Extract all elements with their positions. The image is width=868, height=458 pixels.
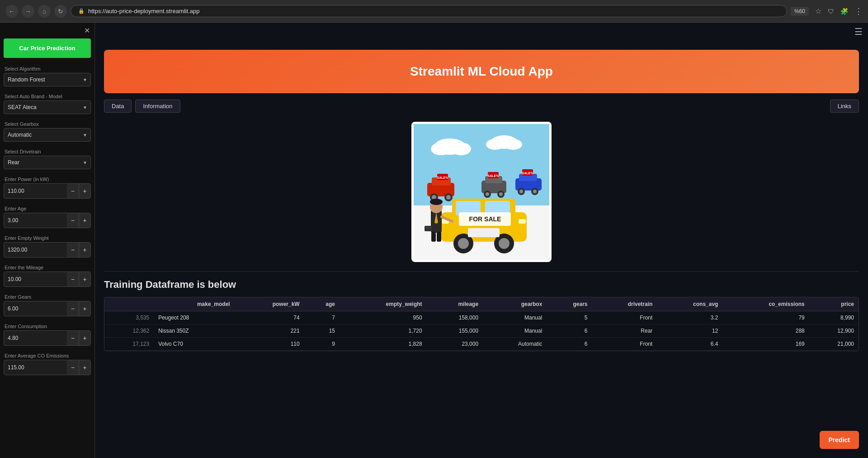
table-header-row: make_model power_kW age empty_weight mil… [104, 297, 859, 311]
consumption-minus-button[interactable]: − [67, 331, 79, 345]
mileage-value: 10.00 [4, 273, 67, 286]
shield-icon: 🛡 [828, 8, 834, 15]
algorithm-label: Select Algorithm [0, 63, 94, 73]
consumption-value: 4.80 [4, 332, 67, 344]
mileage-label: Enter the Mileage [0, 262, 94, 272]
power-stepper: 110.00 − + [4, 183, 91, 199]
algorithm-select[interactable]: Random Forest Linear Regression XGBoost [4, 73, 91, 86]
home-button[interactable]: ⌂ [38, 5, 51, 18]
training-dataframe: make_model power_kW age empty_weight mil… [104, 297, 859, 351]
svg-point-7 [504, 139, 522, 150]
svg-point-13 [446, 195, 451, 200]
col-power: power_kW [235, 297, 304, 311]
consumption-stepper: 4.80 − + [4, 330, 91, 346]
hamburger-icon[interactable]: ☰ [854, 26, 863, 37]
algorithm-select-wrapper[interactable]: Random Forest Linear Regression XGBoost … [4, 73, 91, 86]
car-illustration: SALE% SALE% [414, 124, 549, 260]
gears-value: 6.00 [4, 302, 67, 315]
svg-point-19 [486, 192, 489, 196]
nav-left: Data Information [104, 100, 180, 113]
table-row: 3,535Peugeot 208747950158,000Manual5Fron… [104, 311, 859, 324]
mileage-plus-button[interactable]: + [79, 272, 90, 286]
nav-buttons: Data Information Links [95, 93, 868, 113]
svg-text:SALE%: SALE% [488, 174, 500, 177]
power-value: 110.00 [4, 185, 67, 197]
drivetrain-label: Select Drivetrain [0, 146, 94, 156]
links-button[interactable]: Links [830, 100, 859, 113]
url-text: https://auto-price-deployment.streamlit.… [88, 8, 199, 14]
age-plus-button[interactable]: + [79, 213, 90, 228]
empty-weight-stepper: 1320.00 − + [4, 242, 91, 258]
sidebar: ✕ Car Price Prediction Select Algorithm … [0, 23, 95, 458]
section-title: Training Dataframe is below [95, 274, 868, 297]
col-empty-weight: empty_weight [340, 297, 427, 311]
power-minus-button[interactable]: − [67, 184, 79, 198]
back-button[interactable]: ← [5, 5, 18, 18]
gears-plus-button[interactable]: + [79, 301, 90, 316]
co-emissions-stepper: 115.00 − + [4, 360, 91, 375]
information-button[interactable]: Information [135, 100, 180, 113]
drivetrain-select[interactable]: Rear Front All [4, 156, 91, 169]
svg-text:FOR SALE: FOR SALE [469, 215, 501, 223]
power-label: Enter Power (in kW) [0, 174, 94, 183]
age-value: 3.00 [4, 214, 67, 227]
gearbox-select-wrapper[interactable]: Automatic Manual ▼ [4, 128, 91, 142]
col-co-emissions: co_emissions [722, 297, 809, 311]
url-bar[interactable]: 🔒 https://auto-price-deployment.streamli… [71, 5, 787, 17]
svg-rect-50 [431, 232, 436, 242]
drivetrain-select-wrapper[interactable]: Rear Front All ▼ [4, 156, 91, 169]
car-image-box: SALE% SALE% [411, 122, 552, 262]
predict-button[interactable]: Predict [820, 431, 859, 449]
dataframe-container: make_model power_kW age empty_weight mil… [104, 297, 859, 351]
col-price: price [809, 297, 859, 311]
gearbox-select[interactable]: Automatic Manual [4, 128, 91, 142]
consumption-label: Enter Consumption [0, 321, 94, 330]
sidebar-close-button[interactable]: ✕ [84, 26, 90, 35]
lock-icon: 🔒 [78, 8, 85, 14]
empty-weight-value: 1320.00 [4, 243, 67, 256]
menu-icon[interactable]: ⋮ [854, 6, 863, 16]
gearbox-label: Select Gearbox [0, 119, 94, 128]
brand-select[interactable]: SEAT Ateca Peugeot 208 Nissan 350Z Volvo… [4, 100, 91, 114]
col-age: age [304, 297, 340, 311]
brand-label: Select Auto Brand - Model [0, 91, 94, 100]
consumption-plus-button[interactable]: + [79, 331, 90, 345]
extensions-icon[interactable]: 🧩 [840, 8, 848, 15]
svg-point-6 [486, 139, 504, 150]
svg-point-4 [451, 143, 471, 155]
age-label: Enter Age [0, 203, 94, 213]
age-stepper: 3.00 − + [4, 213, 91, 228]
hero-title: Streamlit ML Cloud App [113, 64, 850, 79]
zoom-level: %60 [791, 7, 809, 16]
bookmark-icon[interactable]: ☆ [815, 7, 821, 15]
app-container: ✕ Car Price Prediction Select Algorithm … [0, 23, 868, 458]
car-image-container: SALE% SALE% [95, 122, 868, 262]
power-plus-button[interactable]: + [79, 184, 90, 198]
col-mileage: mileage [427, 297, 483, 311]
forward-button[interactable]: → [22, 5, 34, 18]
co-emissions-plus-button[interactable]: + [79, 360, 90, 375]
browser-chrome: ← → ⌂ ↻ 🔒 https://auto-price-deployment.… [0, 0, 868, 23]
mileage-minus-button[interactable]: − [67, 272, 79, 286]
col-index [104, 297, 154, 311]
empty-weight-minus-button[interactable]: − [67, 243, 79, 257]
gears-minus-button[interactable]: − [67, 301, 79, 316]
sidebar-header: ✕ [0, 23, 94, 38]
svg-point-27 [519, 190, 523, 193]
data-button[interactable]: Data [104, 100, 132, 113]
svg-point-47 [430, 199, 443, 205]
svg-point-21 [499, 192, 503, 196]
empty-weight-plus-button[interactable]: + [79, 243, 90, 257]
co-emissions-minus-button[interactable]: − [67, 360, 79, 375]
main-content: ☰ Streamlit ML Cloud App Data Informatio… [95, 23, 868, 458]
sidebar-title: Car Price Prediction [4, 38, 91, 58]
refresh-button[interactable]: ↻ [54, 5, 67, 18]
hero-banner: Streamlit ML Cloud App [104, 50, 859, 93]
co-emissions-label: Enter Average CO Emissions [0, 350, 94, 360]
age-minus-button[interactable]: − [67, 213, 79, 228]
brand-select-wrapper[interactable]: SEAT Ateca Peugeot 208 Nissan 350Z Volvo… [4, 100, 91, 114]
svg-point-37 [458, 238, 469, 249]
col-make-model: make_model [154, 297, 234, 311]
svg-rect-42 [468, 228, 500, 237]
table-row: 17,123Volvo C7011091,82823,000Automatic6… [104, 338, 859, 351]
